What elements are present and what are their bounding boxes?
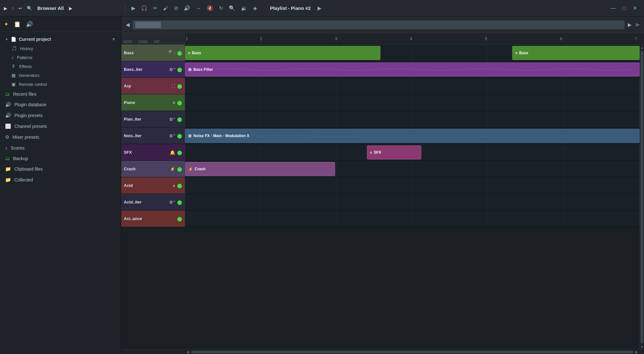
arrow-up-icon[interactable]: ↑ [11,4,15,12]
piano-track-content[interactable] [185,94,640,111]
sidebar-item-recent-files[interactable]: 🗂 Recent files [0,89,121,99]
piano-filter-active-dot[interactable]: ⬤ [177,117,182,122]
bass-clip-2-label: Bass [519,51,528,55]
mute-icon[interactable]: 🔇 [205,4,215,12]
sparkle-icon[interactable]: ✦ [4,21,9,28]
project-dropdown-icon[interactable]: ▼ [111,37,116,42]
bass-track-name: Bass [124,50,134,55]
acid-filter-active-dot[interactable]: ⬤ [177,200,182,205]
scroll-left-arrow[interactable]: ◀ [185,350,191,354]
sidebar-item-channel-presets[interactable]: ⬜ Channel presets [0,121,121,132]
speaker-small-icon[interactable]: 🔊 [26,21,33,28]
close-button[interactable]: ✕ [631,4,639,12]
pan-icon[interactable]: ↔ [194,4,203,12]
piano-active-dot[interactable]: ⬤ [177,100,182,105]
sidebar-item-plugin-presets[interactable]: 🔊 Plugin presets [0,110,121,121]
minimize-button[interactable]: — [609,5,618,12]
eraser-icon[interactable]: ⊘ [172,4,180,12]
sidebar-item-effects[interactable]: 🎙 Effects [0,62,121,71]
nav-scroll-right-icon[interactable]: ⊳ [633,21,641,29]
zoom-icon[interactable]: 🔍 [227,4,237,12]
undo-icon[interactable]: ↩ [17,4,24,12]
track-label-noise-filter[interactable]: Nois..lter ⚙° ⬤ [121,128,185,144]
acid-filter-track-content[interactable] [185,194,640,210]
play-icon[interactable]: ▶ [3,4,9,12]
sidebar-item-mixer-presets[interactable]: ⚙ Mixer presets [0,132,121,143]
noisefilter-clip-1[interactable]: ⚙ Noise FX - Main - Modulation X [185,129,640,143]
sidebar-item-scores[interactable]: ♪ Scores [0,143,121,153]
sfx-clip-label: SFX [374,150,381,155]
aciance-active-dot[interactable]: ⬤ [177,216,182,221]
headphones-icon[interactable]: 🎧 [139,4,149,12]
noise-filter-active-dot[interactable]: ⬤ [177,133,182,138]
maximize-button[interactable]: □ [621,5,628,12]
sidebar-item-clipboard-files[interactable]: 📁 Clipboard files [0,164,121,174]
sfx-active-dot[interactable]: ⬤ [177,150,182,155]
nav-next-icon[interactable]: ▶ [626,21,633,29]
sidebar-item-remote-control[interactable]: ▣ Remote control [0,80,121,89]
bass-filter-active-dot[interactable]: ⬤ [177,67,182,72]
brush-icon[interactable]: 🖌 [161,4,170,12]
timeline-scroll-bar[interactable] [133,20,625,29]
arp-track-content[interactable] [185,78,640,94]
arp-active-dot[interactable]: ⬤ [177,84,182,89]
sidebar-item-generators[interactable]: ▦ Generators [0,71,121,80]
track-label-piano[interactable]: Piano ≡ ⬤ [121,94,185,111]
scroll-right-arrow[interactable]: ▶ [634,350,640,354]
sidebar-item-backup[interactable]: 🗂 Backup [0,153,121,164]
track-label-acid-filter[interactable]: Acid..lter ⚙° ⬤ [121,194,185,210]
metronome-icon[interactable]: ◈ [251,4,258,12]
timeline-thumb[interactable] [135,22,161,28]
noise-filter-track-content[interactable]: ⚙ Noise FX - Main - Modulation X [185,128,640,144]
history-label: History [20,46,33,51]
sidebar-item-history[interactable]: 🎵 History [0,44,121,53]
track-row-acid: Acid ∧ ⬤ [121,177,640,194]
bass-active-dot[interactable]: ⬤ [177,50,182,55]
playlist-play-icon[interactable]: ▶ [130,4,137,12]
bass-clip-2[interactable]: ≡ Bass [512,46,640,60]
clipboard-files-label: Clipboard files [14,166,43,172]
track-label-bass[interactable]: Bass 𝄢 : ⬤ [121,45,185,61]
sfx-track-content[interactable]: ≡ SFX [185,144,640,160]
search-icon[interactable]: 🔍 [26,4,34,12]
crash-track-content[interactable]: ⚡ Crash [185,161,640,177]
track-label-bass-filter[interactable]: Bass..lter ⚙° ⬤ [121,61,185,77]
scroll-up-arrow[interactable]: ▲ [640,45,644,50]
crash-active-dot[interactable]: ⬤ [177,166,182,172]
track-row-acid-filter: Acid..lter ⚙° ⬤ [121,194,640,210]
speaker-icon[interactable]: 🔉 [239,4,249,12]
bass-clip-1[interactable]: ≡ Bass [185,46,380,60]
current-project-header[interactable]: ▼ 📄 Current project ▼ [0,34,121,44]
track-label-aciance[interactable]: Aci..ance ⬤ [121,210,185,227]
aciance-track-content[interactable] [185,210,640,227]
track-label-arp[interactable]: Arp ⁚ ⁚ ⬤ [121,78,185,94]
nav-prev-icon[interactable]: ◀ [124,21,131,29]
playlist-arrow-icon[interactable]: ▶ [316,4,323,12]
bassfilter-clip-1[interactable]: ⚙ Bass Filter [185,63,640,77]
track-label-sfx[interactable]: SFX 🔔 ⬤ [121,144,185,160]
loop-icon[interactable]: ↻ [217,4,225,12]
acid-track-content[interactable] [185,177,640,194]
sidebar-item-patterns[interactable]: ♪ Patterns [0,53,121,62]
volume-icon[interactable]: 🔊 [182,4,192,12]
sidebar-item-collected[interactable]: 📁 Collected [0,174,121,185]
timeline-mark-3: 3 [335,37,337,41]
acid-active-dot[interactable]: ⬤ [177,183,182,188]
piano-filter-track-content[interactable] [185,111,640,127]
track-label-crash[interactable]: Crash ⚡ ⬤ [121,161,185,177]
track-label-piano-filter[interactable]: Pian..lter ⚙° ⬤ [121,111,185,127]
scroll-thumb-horizontal[interactable] [191,351,633,353]
sidebar-item-plugin-database[interactable]: 🔊 Plugin database [0,99,121,110]
crash-clip-1[interactable]: ⚡ Crash [185,162,335,176]
scroll-thumb-vertical[interactable] [640,51,643,343]
bass-filter-track-content[interactable]: ⚙ Bass Filter [185,61,640,77]
pencil-icon[interactable]: ✏ [152,4,159,12]
track-row-aciance: Aci..ance ⬤ [121,210,640,227]
track-label-acid[interactable]: Acid ∧ ⬤ [121,177,185,194]
browser-arrow-right-icon[interactable]: ▶ [68,4,74,12]
noise-waveform [205,132,633,140]
sfx-clip-1[interactable]: ≡ SFX [367,145,422,159]
copy-icon[interactable]: 📋 [14,21,21,28]
bass-track-content[interactable]: ≡ Bass ≡ Bass [185,45,640,61]
scroll-down-arrow[interactable]: ▼ [640,344,644,350]
